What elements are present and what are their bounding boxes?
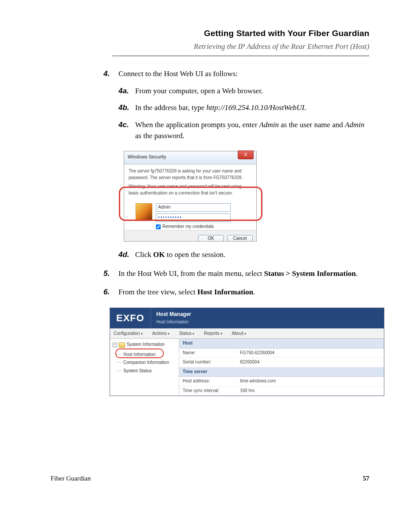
row-serial: Serial number: 82260004	[179, 358, 384, 367]
collapse-icon[interactable]: −	[113, 343, 117, 347]
footer-product: Fiber Guardian	[51, 474, 91, 484]
ok-button[interactable]: OK	[198, 235, 224, 241]
tree-system-status[interactable]: System Status	[113, 367, 176, 375]
cancel-button[interactable]: Cancel	[227, 235, 253, 241]
hm-tree: − System Information Host Information Co…	[110, 339, 179, 396]
hm-subtitle: Host Information	[156, 319, 191, 326]
dialog-message: The server fg750776328 is asking for you…	[129, 168, 252, 181]
menu-reports[interactable]: Reports	[204, 330, 222, 337]
remember-checkbox-box[interactable]	[156, 224, 161, 229]
dialog-title: Windows Security	[128, 154, 166, 159]
row-host-address: Host address: time.windows.com	[179, 377, 384, 386]
dialog-warning: Warning: Your user name and password wil…	[129, 183, 252, 196]
row-time-sync: Time sync interval: 168 hrs	[179, 386, 384, 396]
row-name: Name: FG750-62260004	[179, 349, 384, 358]
section-host-header: Host	[179, 339, 384, 349]
folder-icon	[119, 342, 125, 348]
username-input[interactable]: Admin	[156, 203, 231, 212]
step-4: 4. Connect to the Host Web UI as follows…	[103, 69, 369, 260]
host-manager-panel: EXFO Host Manager Host Information Confi…	[110, 308, 384, 396]
step-4-text: Connect to the Host Web UI as follows:	[118, 70, 238, 78]
step-4d: 4d. Click OK to open the session.	[118, 249, 369, 261]
step-5: 5. In the Host Web UI, from the main men…	[103, 268, 369, 279]
user-tile-icon	[136, 203, 152, 220]
tree-root[interactable]: − System Information	[113, 341, 176, 348]
page-footer: Fiber Guardian 57	[51, 474, 369, 484]
header-title: Getting Started with Your Fiber Guardian	[112, 27, 369, 40]
step-6: 6. From the tree view, select Host Infor…	[103, 287, 369, 396]
windows-security-dialog: Windows Security X The server fg75077632…	[124, 151, 257, 242]
password-input[interactable]: ••••••••••	[156, 213, 231, 222]
hm-title: Host Manager	[156, 311, 191, 318]
footer-page-number: 57	[363, 474, 369, 484]
step-4c: 4c. When the application prompts you, en…	[118, 120, 369, 141]
section-time-header: Time server	[179, 367, 384, 377]
page-header: Getting Started with Your Fiber Guardian…	[112, 27, 369, 56]
menu-status[interactable]: Status	[179, 330, 195, 337]
menu-actions[interactable]: Actions	[152, 330, 169, 337]
hm-header: EXFO Host Manager Host Information	[110, 308, 384, 328]
dialog-titlebar: Windows Security X	[124, 151, 256, 165]
step-4b: 4b. In the address bar, type http://169.…	[118, 103, 369, 114]
hm-main: Host Name: FG750-62260004 Serial number:…	[179, 339, 384, 396]
tree-companion-information[interactable]: Companion Information	[113, 359, 176, 367]
step-number: 4.	[103, 69, 118, 260]
remember-credentials-checkbox[interactable]: Remember my credentials	[156, 224, 252, 230]
menu-about[interactable]: About	[232, 330, 246, 337]
menu-configuration[interactable]: Configuration	[114, 330, 143, 337]
close-icon[interactable]: X	[238, 150, 254, 159]
tree-host-information[interactable]: Host Information	[113, 351, 176, 359]
step-4a: 4a. From your computer, open a Web brows…	[118, 86, 369, 97]
header-subtitle: Retrieving the IP Address of the Rear Et…	[112, 41, 369, 52]
exfo-logo: EXFO	[110, 308, 151, 328]
hm-menubar: Configuration Actions Status Reports Abo…	[110, 328, 384, 339]
